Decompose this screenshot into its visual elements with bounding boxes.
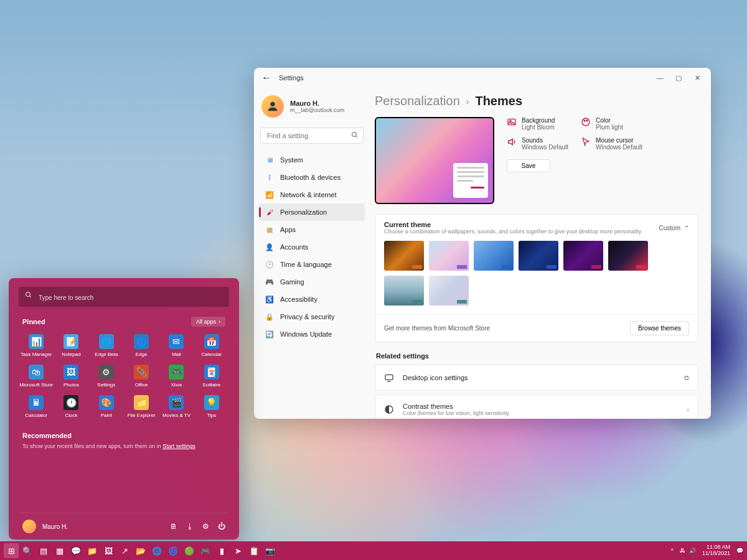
- browse-themes-button[interactable]: Browse themes: [630, 321, 689, 335]
- taskbar-notes-icon[interactable]: 📋: [247, 543, 261, 558]
- breadcrumb-current: Themes: [475, 94, 522, 108]
- app-label: Notepad: [62, 352, 80, 357]
- app-tile-paint[interactable]: 🎨Paint: [89, 393, 124, 421]
- app-tile-movies-tv[interactable]: 🎬Movies & TV: [159, 393, 194, 421]
- taskbar-xbox-icon[interactable]: 🎮: [198, 543, 213, 558]
- footer-avatar[interactable]: [22, 520, 36, 533]
- back-button[interactable]: ←: [259, 72, 274, 83]
- taskbar-folder-icon[interactable]: 📂: [133, 543, 148, 558]
- meta-sounds[interactable]: SoundsWindows Default: [507, 137, 568, 151]
- taskbar-teams-icon[interactable]: 💬: [68, 543, 83, 558]
- tray-chevron-icon[interactable]: ^: [671, 548, 674, 554]
- app-tile-tips[interactable]: 💡Tips: [194, 393, 229, 421]
- system-tray[interactable]: 🖧 🔊: [680, 548, 696, 554]
- taskbar-edge-icon[interactable]: 🌐: [149, 543, 164, 558]
- theme-thumb-7[interactable]: [429, 276, 469, 306]
- theme-thumb-0[interactable]: [384, 241, 424, 271]
- sidebar-item-time[interactable]: 🕑Time & language: [259, 256, 365, 273]
- document-icon[interactable]: 🗎: [170, 522, 177, 531]
- sidebar-item-privacy[interactable]: 🔒Privacy & security: [259, 308, 365, 325]
- window-controls: — ▢ ✕: [651, 72, 706, 84]
- taskbar-share-icon[interactable]: ↗: [117, 543, 132, 558]
- start-settings-link[interactable]: Start settings: [162, 443, 195, 449]
- sidebar-item-update[interactable]: 🔄Windows Update: [259, 325, 365, 343]
- meta-mouse[interactable]: Mouse cursorWindows Default: [581, 137, 642, 151]
- taskbar-start-icon[interactable]: ⊞: [4, 543, 19, 558]
- app-label: Solitaire: [202, 382, 220, 388]
- settings-search-input[interactable]: [260, 128, 364, 144]
- download-icon[interactable]: ⭳: [186, 522, 194, 531]
- taskbar-taskview-icon[interactable]: ▤: [36, 543, 51, 558]
- power-icon[interactable]: ⏻: [218, 522, 225, 531]
- network-icon[interactable]: 🖧: [680, 548, 685, 554]
- sidebar-item-system[interactable]: 🖥System: [259, 151, 365, 169]
- theme-thumb-5[interactable]: [608, 241, 648, 271]
- volume-icon[interactable]: 🔊: [689, 548, 696, 554]
- app-tile-notepad[interactable]: 📝Notepad: [54, 332, 88, 360]
- minimize-button[interactable]: —: [651, 72, 669, 84]
- app-label: Edge Beta: [95, 352, 118, 357]
- settings-window: ← Settings — ▢ ✕ Mauro H. m__lab@outlook…: [254, 68, 711, 419]
- taskbar-search-icon[interactable]: 🔍: [20, 543, 35, 558]
- app-icon: 📅: [204, 334, 219, 349]
- app-tile-file-explorer[interactable]: 📁File Explorer: [124, 393, 159, 421]
- app-tile-microsoft-store[interactable]: 🛍Microsoft Store: [19, 362, 54, 390]
- contrast-themes-row[interactable]: Contrast themes Color themes for low vis…: [375, 394, 698, 419]
- app-icon: 📊: [29, 334, 44, 349]
- app-tile-settings[interactable]: ⚙Settings: [89, 362, 124, 390]
- start-search-box[interactable]: Type here to search: [19, 287, 229, 307]
- taskbar-widgets-icon[interactable]: ▦: [52, 543, 67, 558]
- sidebar-item-accessibility[interactable]: ♿Accessibility: [259, 291, 365, 308]
- app-icon: 🎬: [169, 395, 184, 410]
- all-apps-button[interactable]: All apps ›: [191, 317, 225, 327]
- theme-thumb-6[interactable]: [384, 276, 424, 306]
- search-icon: [25, 291, 32, 299]
- app-tile-task-manager[interactable]: 📊Task Manager: [19, 332, 54, 360]
- meta-color[interactable]: ColorPlum light: [581, 117, 642, 131]
- sidebar-item-personalization[interactable]: 🖌Personalization: [259, 203, 365, 221]
- sidebar-item-apps[interactable]: ▦Apps: [259, 221, 365, 238]
- app-tile-mail[interactable]: ✉Mail: [159, 332, 194, 360]
- taskbar-photos-icon[interactable]: 🖼: [101, 543, 116, 558]
- footer-username[interactable]: Mauro H.: [42, 523, 68, 530]
- maximize-button[interactable]: ▢: [670, 72, 687, 84]
- app-tile-calendar[interactable]: 📅Calendar: [194, 332, 229, 360]
- app-tile-edge-beta[interactable]: 🌐Edge Beta: [89, 332, 124, 360]
- save-button[interactable]: Save: [507, 159, 550, 172]
- taskbar-edge3-icon[interactable]: 🟢: [182, 543, 197, 558]
- svg-rect-8: [385, 375, 393, 380]
- taskbar-terminal-icon[interactable]: ➤: [230, 543, 245, 558]
- theme-thumb-4[interactable]: [563, 241, 603, 271]
- meta-background[interactable]: BackgroundLight Bloom: [507, 117, 568, 131]
- desktop-icon-settings-row[interactable]: Desktop icon settings ⧉: [375, 365, 698, 391]
- sidebar-item-accounts[interactable]: 👤Accounts: [259, 238, 365, 256]
- app-tile-office[interactable]: 📎Office: [124, 362, 159, 390]
- app-tile-calculator[interactable]: 🖩Calculator: [19, 393, 54, 421]
- titlebar[interactable]: ← Settings — ▢ ✕: [254, 68, 711, 88]
- taskbar-clock[interactable]: 11:08 AM 11/18/2021: [702, 544, 730, 557]
- theme-thumb-3[interactable]: [519, 241, 558, 271]
- svg-line-12: [30, 296, 32, 298]
- current-theme-state[interactable]: Custom ⌃: [659, 225, 689, 231]
- app-tile-edge[interactable]: 🌀Edge: [124, 332, 159, 360]
- app-label: Calculator: [25, 413, 47, 418]
- sidebar-item-gaming[interactable]: 🎮Gaming: [259, 273, 365, 291]
- taskbar-cmd-icon[interactable]: ▮: [214, 543, 229, 558]
- app-tile-xbox[interactable]: 🎮Xbox: [159, 362, 194, 390]
- current-theme-subtitle: Choose a combination of wallpapers, soun…: [384, 228, 641, 235]
- settings-icon[interactable]: ⚙: [202, 522, 209, 531]
- app-tile-solitaire[interactable]: 🃏Solitaire: [194, 362, 229, 390]
- app-tile-clock[interactable]: 🕐Clock: [54, 393, 88, 421]
- taskbar-camera-icon[interactable]: 📷: [263, 543, 278, 558]
- user-block[interactable]: Mauro H. m__lab@outlook.com: [259, 93, 365, 125]
- notifications-icon[interactable]: 💬: [736, 548, 743, 554]
- taskbar-explorer-icon[interactable]: 📁: [85, 543, 100, 558]
- sidebar-item-bluetooth[interactable]: ᛒBluetooth & devices: [259, 169, 365, 186]
- taskbar-edge2-icon[interactable]: 🌀: [166, 543, 181, 558]
- breadcrumb-parent[interactable]: Personalization: [375, 94, 460, 108]
- app-tile-photos[interactable]: 🖼Photos: [54, 362, 88, 390]
- close-button[interactable]: ✕: [688, 72, 706, 84]
- theme-thumb-2[interactable]: [474, 241, 514, 271]
- sidebar-item-network[interactable]: 📶Network & internet: [259, 186, 365, 203]
- theme-thumb-1[interactable]: [429, 241, 469, 271]
